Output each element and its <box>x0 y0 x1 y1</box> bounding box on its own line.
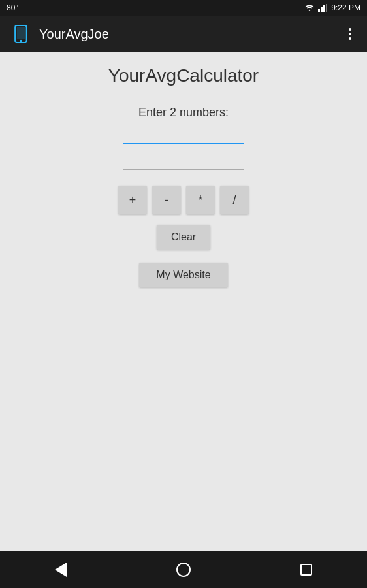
input-section <box>123 126 244 170</box>
svg-rect-3 <box>326 4 327 12</box>
divide-button[interactable]: / <box>220 186 249 214</box>
wifi-icon <box>305 5 314 11</box>
first-number-input[interactable] <box>123 126 244 144</box>
svg-rect-0 <box>318 9 320 12</box>
menu-dot-3 <box>349 37 351 40</box>
menu-dot-1 <box>349 28 351 31</box>
svg-rect-5 <box>17 27 25 39</box>
bottom-nav <box>0 551 367 588</box>
website-button[interactable]: My Website <box>139 263 227 287</box>
home-icon <box>176 563 191 577</box>
temperature: 80° <box>7 3 18 12</box>
page-title: YourAvgCalculator <box>108 65 259 86</box>
operator-row: + - * / <box>118 186 249 214</box>
back-button[interactable] <box>42 557 80 582</box>
recent-button[interactable] <box>287 559 325 581</box>
status-bar: 80° 9:22 PM <box>0 0 367 16</box>
home-button[interactable] <box>163 557 204 582</box>
time: 9:22 PM <box>331 3 360 12</box>
menu-button[interactable] <box>343 25 357 42</box>
multiply-button[interactable]: * <box>186 186 215 214</box>
svg-rect-2 <box>323 5 325 12</box>
add-button[interactable]: + <box>118 186 147 214</box>
clear-button[interactable]: Clear <box>157 225 210 250</box>
input-label: Enter 2 numbers: <box>138 106 229 120</box>
app-icon <box>10 24 31 44</box>
status-icons: 9:22 PM <box>305 3 360 12</box>
main-content: YourAvgCalculator Enter 2 numbers: + - *… <box>0 52 367 551</box>
subtract-button[interactable]: - <box>152 186 181 214</box>
svg-point-6 <box>20 40 22 42</box>
menu-dot-2 <box>349 33 351 35</box>
app-bar: YourAvgJoe <box>0 16 367 52</box>
second-number-input[interactable] <box>123 152 244 170</box>
svg-rect-1 <box>321 7 323 12</box>
signal-icon <box>318 4 327 12</box>
app-title: YourAvgJoe <box>39 27 343 42</box>
phone-icon <box>12 25 30 43</box>
back-icon <box>55 563 67 577</box>
recent-icon <box>300 564 312 576</box>
